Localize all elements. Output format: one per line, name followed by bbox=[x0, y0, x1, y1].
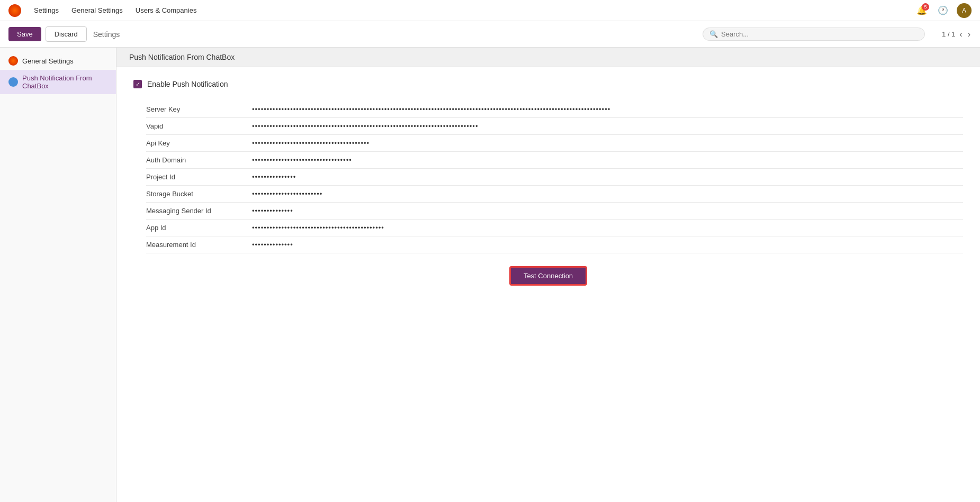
pagination: 1 / 1 ‹ › bbox=[942, 30, 972, 39]
input-storage-bucket[interactable] bbox=[252, 189, 963, 199]
content-header: Push Notification From ChatBox bbox=[116, 48, 980, 67]
user-avatar[interactable]: A bbox=[957, 3, 972, 18]
notification-badge: 5 bbox=[922, 3, 929, 11]
sidebar-label-general: General Settings bbox=[22, 57, 74, 65]
field-row-storage-bucket: Storage Bucket bbox=[146, 186, 963, 203]
test-btn-row: Test Connection bbox=[133, 266, 963, 286]
enable-push-row: Enable Push Notification bbox=[133, 80, 963, 88]
input-api-key[interactable] bbox=[252, 138, 963, 148]
label-vapid: Vapid bbox=[146, 122, 252, 130]
label-auth-domain: Auth Domain bbox=[146, 156, 252, 164]
input-project-id[interactable] bbox=[252, 172, 963, 182]
general-settings-icon bbox=[8, 56, 18, 66]
label-api-key: Api Key bbox=[146, 139, 252, 147]
form-section: Server Key Vapid Api Key Auth Domain Pro… bbox=[133, 101, 963, 253]
odoo-logo bbox=[8, 4, 21, 17]
field-row-project-id: Project Id bbox=[146, 169, 963, 186]
enable-push-label: Enable Push Notification bbox=[147, 80, 228, 88]
search-icon: 🔍 bbox=[709, 30, 718, 38]
label-measurement-id: Measurement Id bbox=[146, 241, 252, 249]
label-storage-bucket: Storage Bucket bbox=[146, 190, 252, 198]
test-connection-button[interactable]: Test Connection bbox=[509, 266, 587, 286]
input-app-id[interactable] bbox=[252, 223, 963, 233]
sidebar-label-push: Push Notification From ChatBox bbox=[22, 74, 107, 90]
input-messaging-sender-id[interactable] bbox=[252, 206, 963, 216]
sidebar-item-push-notification[interactable]: Push Notification From ChatBox bbox=[0, 70, 116, 94]
nav-settings[interactable]: Settings bbox=[34, 6, 59, 14]
input-measurement-id[interactable] bbox=[252, 240, 963, 250]
field-row-server-key: Server Key bbox=[146, 101, 963, 118]
enable-push-checkbox[interactable] bbox=[133, 80, 142, 88]
push-notification-icon bbox=[8, 77, 18, 87]
nav-general-settings[interactable]: General Settings bbox=[71, 6, 123, 14]
label-project-id: Project Id bbox=[146, 173, 252, 181]
field-row-messaging-sender-id: Messaging Sender Id bbox=[146, 203, 963, 220]
input-auth-domain[interactable] bbox=[252, 155, 963, 165]
toolbar: Save Discard Settings 🔍 1 / 1 ‹ › bbox=[0, 21, 980, 48]
top-navigation: Settings General Settings Users & Compan… bbox=[0, 0, 980, 21]
pagination-prev[interactable]: ‹ bbox=[958, 30, 963, 39]
top-nav-right: 🔔 5 🕐 A bbox=[914, 3, 972, 18]
main-layout: General Settings Push Notification From … bbox=[0, 48, 980, 502]
save-button[interactable]: Save bbox=[8, 27, 41, 41]
pagination-text: 1 / 1 bbox=[942, 30, 955, 38]
discard-button[interactable]: Discard bbox=[46, 26, 87, 42]
field-row-measurement-id: Measurement Id bbox=[146, 236, 963, 253]
pagination-next[interactable]: › bbox=[967, 30, 972, 39]
sidebar-item-general-settings[interactable]: General Settings bbox=[0, 52, 116, 70]
search-bar: 🔍 bbox=[703, 28, 925, 41]
label-messaging-sender-id: Messaging Sender Id bbox=[146, 207, 252, 215]
input-vapid[interactable] bbox=[252, 121, 963, 131]
field-row-app-id: App Id bbox=[146, 220, 963, 236]
label-app-id: App Id bbox=[146, 224, 252, 232]
label-server-key: Server Key bbox=[146, 105, 252, 113]
field-row-vapid: Vapid bbox=[146, 118, 963, 135]
notification-bell[interactable]: 🔔 5 bbox=[914, 3, 929, 18]
sidebar: General Settings Push Notification From … bbox=[0, 48, 116, 502]
clock-icon[interactable]: 🕐 bbox=[936, 3, 950, 18]
toolbar-title: Settings bbox=[93, 30, 120, 39]
field-row-api-key: Api Key bbox=[146, 135, 963, 152]
content-area: Push Notification From ChatBox Enable Pu… bbox=[116, 48, 980, 502]
field-row-auth-domain: Auth Domain bbox=[146, 152, 963, 169]
search-input[interactable] bbox=[721, 30, 918, 38]
nav-users-companies[interactable]: Users & Companies bbox=[136, 6, 197, 14]
content-body: Enable Push Notification Server Key Vapi… bbox=[116, 67, 980, 298]
input-server-key[interactable] bbox=[252, 104, 963, 114]
